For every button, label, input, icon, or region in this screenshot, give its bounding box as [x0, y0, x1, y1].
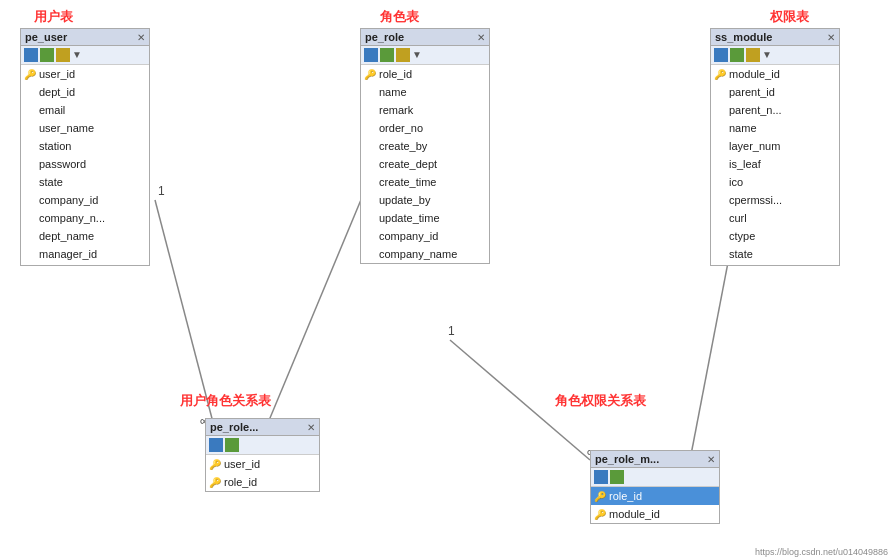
- pe-role-fields: 🔑role_id name remark order_no create_by …: [361, 65, 489, 263]
- field-station: station: [21, 137, 149, 155]
- field-ru-role_id: 🔑role_id: [206, 473, 319, 491]
- field-is_leaf: is_leaf: [711, 155, 839, 173]
- field-name: name: [361, 83, 489, 101]
- toolbar-arrow-icon2[interactable]: ▼: [412, 48, 426, 62]
- pe-role-module-title: pe_role_m...: [595, 453, 659, 465]
- toolbar-table-icon4[interactable]: [209, 438, 223, 452]
- pe-user-header: pe_user ✕: [21, 29, 149, 46]
- toolbar-edit-icon2[interactable]: [380, 48, 394, 62]
- field-update_by: update_by: [361, 191, 489, 209]
- pe-role-toolbar: ▼: [361, 46, 489, 65]
- rel-label-1c: 1: [448, 324, 455, 338]
- pe-role-title: pe_role: [365, 31, 404, 43]
- rel-label-1a: 1: [158, 184, 165, 198]
- field-create_by: create_by: [361, 137, 489, 155]
- label-role-perm-rel: 角色权限关系表: [555, 392, 646, 410]
- field-rm-module_id: 🔑module_id: [591, 505, 719, 523]
- ss-module-header: ss_module ✕: [711, 29, 839, 46]
- ss-module-fields: 🔑module_id parent_id parent_n... name la…: [711, 65, 839, 265]
- diagram-canvas: 1 ∞ 1 ∞ 1 ∞ 1 ∞ 用户表 角色表 权限表 用户角色关系表 角色权限…: [0, 0, 892, 559]
- field-parent_n: parent_n...: [711, 101, 839, 119]
- table-pe-role: pe_role ✕ ▼ 🔑role_id name remark order_n…: [360, 28, 490, 264]
- field-layer_num: layer_num: [711, 137, 839, 155]
- field-ico: ico: [711, 173, 839, 191]
- field-state: state: [21, 173, 149, 191]
- pe-role-header: pe_role ✕: [361, 29, 489, 46]
- field-manager_id: manager_id: [21, 245, 149, 263]
- pe-role-module-fields: 🔑role_id 🔑module_id: [591, 487, 719, 523]
- pe-user-close[interactable]: ✕: [137, 32, 145, 43]
- toolbar-edit-icon3[interactable]: [730, 48, 744, 62]
- pe-role-user-toolbar: [206, 436, 319, 455]
- toolbar-edit-icon[interactable]: [40, 48, 54, 62]
- pe-user-title: pe_user: [25, 31, 67, 43]
- field-ru-user_id: 🔑user_id: [206, 455, 319, 473]
- pe-role-module-header: pe_role_m... ✕: [591, 451, 719, 468]
- toolbar-table-icon5[interactable]: [594, 470, 608, 484]
- pe-user-fields: 🔑user_id dept_id email user_name station…: [21, 65, 149, 265]
- watermark: https://blog.csdn.net/u014049886: [755, 547, 888, 557]
- pe-role-close[interactable]: ✕: [477, 32, 485, 43]
- field-module_id: 🔑module_id: [711, 65, 839, 83]
- toolbar-arrow-icon[interactable]: ▼: [72, 48, 86, 62]
- field-update_time: update_time: [361, 209, 489, 227]
- field-user_id: 🔑user_id: [21, 65, 149, 83]
- ss-module-toolbar: ▼: [711, 46, 839, 65]
- toolbar-edit-icon4[interactable]: [225, 438, 239, 452]
- field-role_id: 🔑role_id: [361, 65, 489, 83]
- ss-module-close[interactable]: ✕: [827, 32, 835, 43]
- field-password: password: [21, 155, 149, 173]
- toolbar-table-icon[interactable]: [24, 48, 38, 62]
- toolbar-table-icon2[interactable]: [364, 48, 378, 62]
- field-gender: gender: [21, 263, 149, 265]
- field-dept_name: dept_name: [21, 227, 149, 245]
- toolbar-edit-icon5[interactable]: [610, 470, 624, 484]
- field-company_id: company_id: [21, 191, 149, 209]
- table-ss-module: ss_module ✕ ▼ 🔑module_id parent_id paren…: [710, 28, 840, 266]
- field-state2: state: [711, 245, 839, 263]
- field-email: email: [21, 101, 149, 119]
- field-dept_id: dept_id: [21, 83, 149, 101]
- field-curl: curl: [711, 209, 839, 227]
- field-company_n: company_n...: [21, 209, 149, 227]
- label-user-table: 用户表: [34, 8, 73, 26]
- pe-role-user-fields: 🔑user_id 🔑role_id: [206, 455, 319, 491]
- field-parent_id: parent_id: [711, 83, 839, 101]
- field-create_time: create_time: [361, 173, 489, 191]
- ss-module-title: ss_module: [715, 31, 772, 43]
- pe-role-user-header: pe_role... ✕: [206, 419, 319, 436]
- field-remark: remark: [361, 101, 489, 119]
- toolbar-filter-icon[interactable]: [56, 48, 70, 62]
- pe-role-user-close[interactable]: ✕: [307, 422, 315, 433]
- pe-role-module-close[interactable]: ✕: [707, 454, 715, 465]
- field-name2: name: [711, 119, 839, 137]
- pe-role-user-title: pe_role...: [210, 421, 258, 433]
- field-create_dept: create_dept: [361, 155, 489, 173]
- field-company_name: company_name: [361, 245, 489, 263]
- pe-role-module-toolbar: [591, 468, 719, 487]
- table-pe-user: pe_user ✕ ▼ 🔑user_id dept_id email user_…: [20, 28, 150, 266]
- toolbar-arrow-icon3[interactable]: ▼: [762, 48, 776, 62]
- label-user-role-rel: 用户角色关系表: [180, 392, 271, 410]
- field-ctype: ctype: [711, 227, 839, 245]
- field-rm-role_id: 🔑role_id: [591, 487, 719, 505]
- toolbar-table-icon3[interactable]: [714, 48, 728, 62]
- table-pe-role-user: pe_role... ✕ 🔑user_id 🔑role_id: [205, 418, 320, 492]
- label-role-table: 角色表: [380, 8, 419, 26]
- pe-user-toolbar: ▼: [21, 46, 149, 65]
- field-cpermissi: cpermssi...: [711, 191, 839, 209]
- field-user_name: user_name: [21, 119, 149, 137]
- toolbar-filter-icon3[interactable]: [746, 48, 760, 62]
- table-pe-role-module: pe_role_m... ✕ 🔑role_id 🔑module_id: [590, 450, 720, 524]
- field-company_id2: company_id: [361, 227, 489, 245]
- toolbar-filter-icon2[interactable]: [396, 48, 410, 62]
- field-belong: belong: [711, 263, 839, 265]
- field-order_no: order_no: [361, 119, 489, 137]
- label-perm-table: 权限表: [770, 8, 809, 26]
